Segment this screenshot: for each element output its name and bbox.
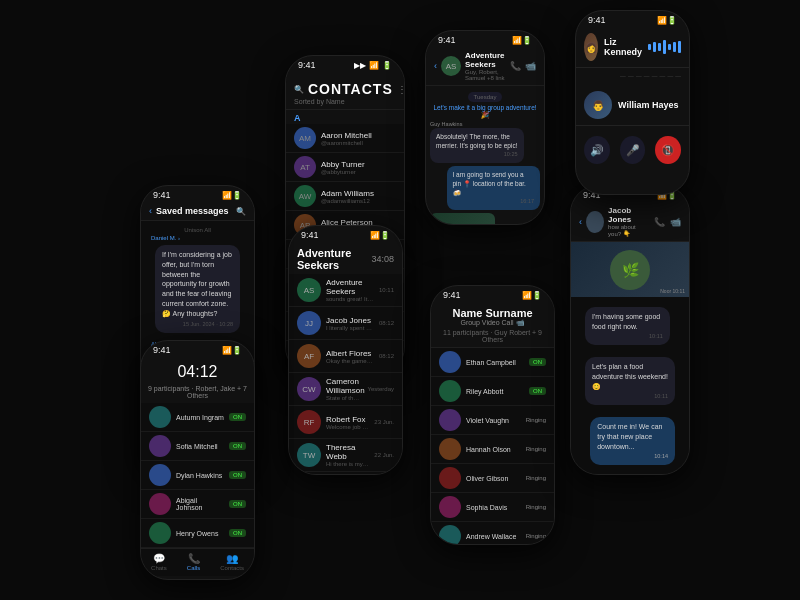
gcall-avatar [149,406,171,428]
nav-chats[interactable]: 💬 Chats [151,553,167,571]
gcall-bottom-nav: 💬 Chats 📞 Calls 👥 Contacts [141,548,254,576]
chat-preview: I literally spent hours last... [326,325,374,331]
participant-status: Ringing [526,417,546,423]
person2-avatar: 👨 [584,91,612,119]
mute-button[interactable]: 🎤 [620,136,646,164]
chat-item-jacob[interactable]: JJ Jacob Jones I literally spent hours l… [289,307,402,340]
chat-item-albert[interactable]: AF Albert Flores Okay the game mode! 08:… [289,340,402,373]
chat-item-robert[interactable]: RF Robert Fox Welcome job on that quest;… [289,406,402,439]
message-date: Unison All [141,227,254,233]
group-back-button[interactable]: ‹ [434,61,437,71]
gcall-avatar [149,435,171,457]
chat-item-adventure[interactable]: AS Adventure Seekers sounds great! It is… [289,274,402,307]
chats-list: AS Adventure Seekers sounds great! It is… [289,274,402,475]
person1-name: Liz Kennedy [604,37,642,57]
messages-title: Saved messages [156,206,232,216]
jacob-msg-1: I'm having some good food right now. 10:… [571,301,689,351]
audio-status-bar: 9:41 📶🔋 [576,11,689,27]
group-members: Guy, Robert, Samuel +8 link [465,69,506,81]
chat-time: 08:12 [379,320,394,326]
chats-icon: 💬 [153,553,165,564]
audio-person-2: 👨 William Hayes [576,85,689,126]
video-status-bar: 9:41 📶🔋 [431,286,554,302]
nav-calls-active[interactable]: 📞 Calls [187,553,200,571]
chat-preview: sounds great! It is a challenging hike..… [326,296,374,302]
messages-search-icon[interactable]: 🔍 [236,207,246,216]
nav-contacts[interactable]: 👥 Contacts [220,553,244,571]
audio-content: 👩 Liz Kennedy ─ ─ ─ ─ ─ ─ ─ ─ 👨 William … [576,27,689,174]
video-call-subtitle: Group Video Call 📹 [439,319,546,327]
jacob-back-button[interactable]: ‹ [579,217,582,227]
jacob-messages: I'm having some good food right now. 10:… [571,297,689,475]
jacob-video-icon[interactable]: 📹 [670,217,681,227]
gcall-status: ON [229,471,246,479]
gcall-participant-name: Dylan Hawkins [176,472,224,479]
msg-guy: Absolutely! The more, the merrier. It's … [430,128,524,163]
contact-name: Abby Turner [321,160,396,169]
person1-avatar: 👩 [584,33,598,61]
chats-header: Adventure Seekers 34:08 [289,242,402,274]
contacts-sort: Sorted by Name [294,98,396,105]
chat-avatar: RF [297,410,321,434]
participant-status: ON [529,387,546,395]
chat-time: 08:12 [379,353,394,359]
participant-avatar [439,438,461,460]
person2-name: William Hayes [618,100,678,110]
contact-avatar: AM [294,127,316,149]
call-dots: ─ ─ ─ ─ ─ ─ ─ ─ [576,68,689,85]
participant-riley: Riley Abbott ON [431,377,554,406]
back-button[interactable]: ‹ [149,206,152,216]
calls-icon: 📞 [188,553,200,564]
gcall-participant-name: Abigail Johnson [176,497,224,511]
video-participants-list: Ethan Campbell ON Riley Abbott ON Violet… [431,348,554,545]
speaker-button[interactable]: 🔊 [584,136,610,164]
video-call-title: Name Surname [439,307,546,319]
participant-name: Riley Abbott [466,388,524,395]
video-call-phone: 9:41 📶🔋 Name Surname Group Video Call 📹 … [430,285,555,545]
audio-call-phone: 9:41 📶🔋 👩 Liz Kennedy ─ ─ ─ ─ ─ ─ ─ ─ [575,10,690,195]
contact-aaron-mitchell[interactable]: AM Aaron Mitchell @aaronmitchell [286,124,404,153]
gcall-participant-henry: Henry Owens ON [141,519,254,548]
participant-avatar [439,380,461,402]
chat-avatar: TW [297,443,321,467]
contacts-more-icon[interactable]: ⋮ [397,84,405,95]
chat-item-cameron[interactable]: CW Cameron Williamson State of the world… [289,373,402,406]
chat-time: 10:11 [379,287,394,293]
participant-status: ON [529,358,546,366]
jacob-status: how about you? 👇 [608,224,650,237]
chat-item-theresa[interactable]: TW Theresa Webb Hi there is my address..… [289,439,402,472]
contacts-title: CONTACTS [308,81,393,97]
jacob-call-icon[interactable]: 📞 [654,217,665,227]
participant-status: Ringing [526,446,546,452]
participant-violet: Violet Vaughn Ringing [431,406,554,435]
contact-name: Aaron Mitchell [321,131,396,140]
group-messages: Tuesday Let's make it a big group advent… [426,86,544,225]
messages-status-bar: 9:41 📶🔋 [141,186,254,202]
gcall-participant-sofia: Sofia Mitchell ON [141,432,254,461]
participant-avatar [439,351,461,373]
jacob-msg-3: Count me in! We can try that new place d… [571,411,689,471]
chats-time: 34:08 [371,254,394,264]
contacts-search-icon[interactable]: 🔍 [294,85,304,94]
jacob-msg-4: Can't wait to hang out with you! 😎 🍕 10:… [571,471,689,475]
contact-adam-williams[interactable]: AW Adam Williams @adamwilliams12 [286,182,404,211]
jacob-header: ‹ Jacob Jones how about you? 👇 📞 📹 [571,202,689,242]
participant-hannah: Hannah Olson Ringing [431,435,554,464]
waveform-1 [648,40,681,54]
chat-preview: State of the world is novel-down [326,395,363,401]
gcall-avatar [149,522,171,544]
gcall-status: ON [229,529,246,537]
chats-phone: 9:41 📶🔋 Adventure Seekers 34:08 AS Adven… [288,225,403,475]
contact-handle: @aaronmitchell [321,140,396,146]
chat-preview: Hi there is my address... [326,461,369,467]
group-video-icon[interactable]: 📹 [525,61,536,71]
chat-preview: Welcome job on that quest; s... [326,424,369,430]
contact-abby-turner[interactable]: AT Abby Turner @abbyturner [286,153,404,182]
end-call-button[interactable]: 📵 [655,136,681,164]
participant-ethan: Ethan Campbell ON [431,348,554,377]
call-timer: 04:12 [141,357,254,385]
group-avatar: AS [441,56,461,76]
chat-item-guy[interactable]: GH Guy Hawkins These plants have the bes… [289,472,402,475]
chat-name: Robert Fox [326,415,369,424]
group-call-icon[interactable]: 📞 [510,61,521,71]
